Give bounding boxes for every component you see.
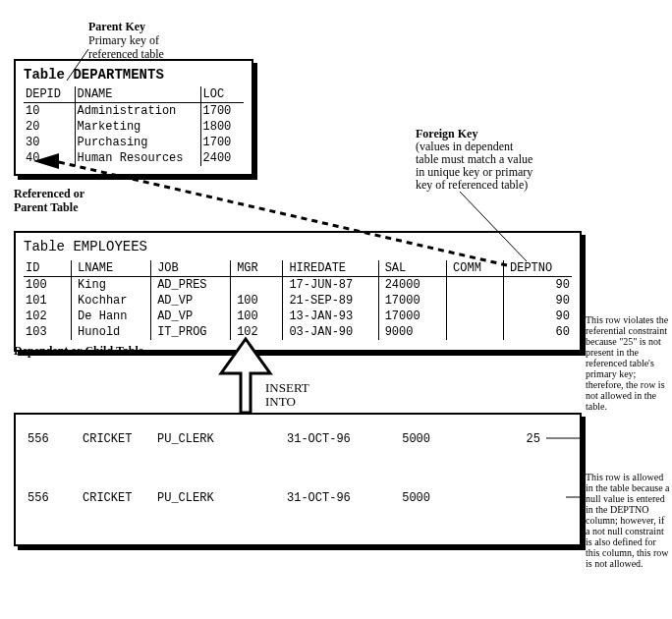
table-row: 10Administration1700 [24, 103, 244, 120]
col-depid: DEPID [24, 86, 75, 103]
dependent-child-label: Dependent or Child Table [14, 344, 143, 359]
table-row: 103HunoldIT_PROG10203-JAN-90900060 [24, 324, 572, 340]
col-lname: LNAME [72, 260, 151, 277]
insert-row-2: 556 CRICKET PU_CLERK 31-OCT-96 5000 [28, 491, 540, 505]
departments-table: Table DEPARTMENTS DEPID DNAME LOC 10Admi… [14, 59, 253, 176]
insert-into-label: INSERT INTO [265, 381, 309, 409]
departments-title: Table DEPARTMENTS [24, 67, 244, 83]
employees-table: Table EMPLOYEES ID LNAME JOB MGR HIREDAT… [14, 231, 582, 352]
employees-grid: ID LNAME JOB MGR HIREDATE SAL COMM DEPTN… [24, 260, 572, 340]
col-mgr: MGR [231, 260, 283, 277]
col-id: ID [24, 260, 72, 277]
col-comm: COMM [447, 260, 504, 277]
table-row: 102De HannAD_VP10013-JAN-931700090 [24, 309, 572, 324]
table-row: 40Human Resources2400 [24, 150, 244, 166]
table-row: 100KingAD_PRES17-JUN-872400090 [24, 277, 572, 294]
note-violates: This row violates the referential constr… [586, 314, 670, 412]
note-allowed: This row is allowed in the table because… [586, 472, 670, 569]
table-row: 101KochharAD_VP10021-SEP-891700090 [24, 293, 572, 309]
col-dname: DNAME [75, 86, 200, 103]
departments-grid: DEPID DNAME LOC 10Administration1700 20M… [24, 86, 244, 166]
table-row: 30Purchasing1700 [24, 135, 244, 150]
parent-key-label: Parent Key Primary key of referenced tab… [88, 20, 164, 61]
employees-title: Table EMPLOYEES [24, 239, 572, 254]
table-row: 20Marketing1800 [24, 119, 244, 135]
col-sal: SAL [378, 260, 446, 277]
referenced-parent-label: Referenced or Parent Table [14, 187, 84, 214]
col-hiredate: HIREDATE [283, 260, 378, 277]
col-loc: LOC [200, 86, 244, 103]
foreign-key-label: Foreign Key (values in dependent table m… [416, 128, 583, 192]
insert-row-1: 556 CRICKET PU_CLERK 31-OCT-96 5000 25 [28, 432, 540, 446]
col-deptno: DEPTNO [503, 260, 572, 277]
col-job: JOB [151, 260, 231, 277]
